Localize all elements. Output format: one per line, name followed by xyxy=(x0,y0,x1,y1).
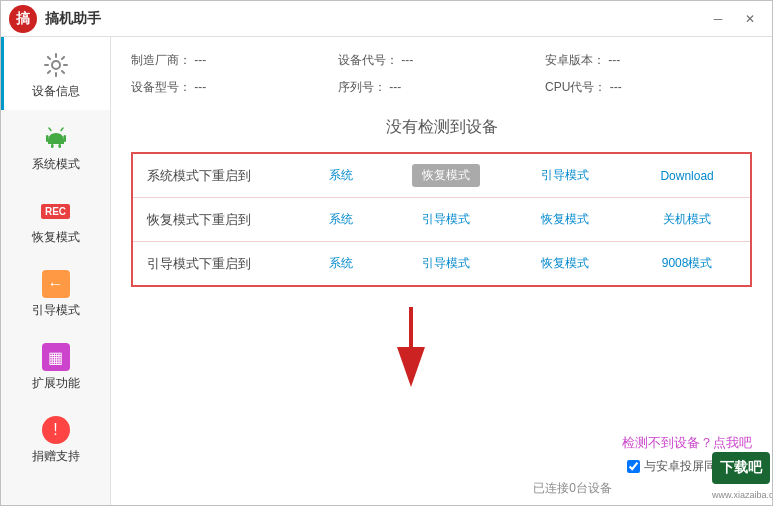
mode-action-cell: 引导模式 xyxy=(505,154,624,198)
arrow-indicator xyxy=(381,307,441,390)
mode-action-cell: 恢复模式 xyxy=(386,154,505,198)
mode-action-cell: 恢复模式 xyxy=(505,242,624,286)
sidebar-item-donate[interactable]: ! 捐赠支持 xyxy=(1,402,110,475)
mode-action-cell: 引导模式 xyxy=(386,198,505,242)
mode-btn[interactable]: Download xyxy=(650,166,723,186)
device-info-grid: 制造厂商： --- 设备代号： --- 安卓版本： --- 设备型号： --- … xyxy=(131,49,752,99)
mode-table-row: 引导模式下重启到系统引导模式恢复模式9008模式 xyxy=(133,242,750,286)
sidebar-label-system-mode: 系统模式 xyxy=(32,156,80,173)
rec-icon: REC xyxy=(42,197,70,225)
sidebar-label-device-info: 设备信息 xyxy=(32,83,80,100)
grid-icon: ▦ xyxy=(42,343,70,371)
connected-text: 已连接0台设备 xyxy=(533,480,612,497)
donate-icon: ! xyxy=(42,416,70,444)
mode-btn[interactable]: 恢复模式 xyxy=(531,208,599,231)
mode-name-cell: 引导模式下重启到 xyxy=(133,242,297,286)
mode-btn[interactable]: 引导模式 xyxy=(412,208,480,231)
sidebar: 设备信息 系统模式 xyxy=(1,37,111,505)
mode-action-cell: 9008模式 xyxy=(624,242,750,286)
window-controls: ─ ✕ xyxy=(704,9,764,29)
gear-icon xyxy=(42,51,70,79)
main-content: 制造厂商： --- 设备代号： --- 安卓版本： --- 设备型号： --- … xyxy=(111,37,772,505)
mode-action-cell: 系统 xyxy=(297,154,386,198)
svg-line-8 xyxy=(61,128,63,131)
close-button[interactable]: ✕ xyxy=(736,9,764,29)
mirror-checkbox[interactable] xyxy=(627,460,640,473)
sidebar-item-recovery-mode[interactable]: REC 恢复模式 xyxy=(1,183,110,256)
sidebar-item-boot-mode[interactable]: ← 引导模式 xyxy=(1,256,110,329)
sidebar-item-system-mode[interactable]: 系统模式 xyxy=(1,110,110,183)
type-label: 设备型号： --- xyxy=(131,76,338,99)
mode-action-cell: 引导模式 xyxy=(386,242,505,286)
minimize-button[interactable]: ─ xyxy=(704,9,732,29)
mode-action-cell: 系统 xyxy=(297,242,386,286)
sidebar-label-boot-mode: 引导模式 xyxy=(32,302,80,319)
mode-btn[interactable]: 恢复模式 xyxy=(412,164,480,187)
model-label: 设备代号： --- xyxy=(338,49,545,72)
mode-action-cell: Download xyxy=(624,154,750,198)
mode-table-row: 系统模式下重启到系统恢复模式引导模式Download xyxy=(133,154,750,198)
mode-table: 系统模式下重启到系统恢复模式引导模式Download恢复模式下重启到系统引导模式… xyxy=(133,154,750,285)
mode-btn[interactable]: 9008模式 xyxy=(652,252,723,275)
android-icon xyxy=(42,124,70,152)
svg-point-0 xyxy=(52,61,60,69)
mode-btn[interactable]: 引导模式 xyxy=(412,252,480,275)
no-device-text: 没有检测到设备 xyxy=(131,117,752,138)
mode-table-wrapper: 系统模式下重启到系统恢复模式引导模式Download恢复模式下重启到系统引导模式… xyxy=(131,152,752,287)
sidebar-label-extend: 扩展功能 xyxy=(32,375,80,392)
cpu-label: CPU代号： --- xyxy=(545,76,752,99)
app-logo: 搞 xyxy=(9,5,37,33)
mode-btn[interactable]: 关机模式 xyxy=(653,208,721,231)
svg-line-7 xyxy=(49,128,51,131)
mode-name-cell: 恢复模式下重启到 xyxy=(133,198,297,242)
sidebar-label-recovery-mode: 恢复模式 xyxy=(32,229,80,246)
mode-btn[interactable]: 系统 xyxy=(319,164,363,187)
svg-text:下载吧: 下载吧 xyxy=(720,459,763,475)
main-window: 搞 搞机助手 ─ ✕ 设备信息 xyxy=(0,0,773,506)
titlebar-left: 搞 搞机助手 xyxy=(9,5,101,33)
mode-name-cell: 系统模式下重启到 xyxy=(133,154,297,198)
watermark: 下载吧 www.xiazaiba.com xyxy=(652,450,772,505)
sidebar-item-extend[interactable]: ▦ 扩展功能 xyxy=(1,329,110,402)
android-label: 安卓版本： --- xyxy=(545,49,752,72)
svg-text:www.xiazaiba.com: www.xiazaiba.com xyxy=(711,490,772,500)
manufacturer-label: 制造厂商： --- xyxy=(131,49,338,72)
mode-btn[interactable]: 系统 xyxy=(319,208,363,231)
svg-rect-6 xyxy=(58,144,61,148)
mode-btn[interactable]: 系统 xyxy=(319,252,363,275)
svg-rect-3 xyxy=(46,135,49,142)
content-area: 设备信息 系统模式 xyxy=(1,37,772,505)
svg-rect-4 xyxy=(63,135,66,142)
app-title: 搞机助手 xyxy=(45,10,101,28)
sidebar-item-device-info[interactable]: 设备信息 xyxy=(1,37,110,110)
mode-btn[interactable]: 引导模式 xyxy=(531,164,599,187)
mode-btn[interactable]: 恢复模式 xyxy=(531,252,599,275)
mode-action-cell: 关机模式 xyxy=(624,198,750,242)
svg-rect-5 xyxy=(51,144,54,148)
titlebar: 搞 搞机助手 ─ ✕ xyxy=(1,1,772,37)
serial-label: 序列号： --- xyxy=(338,76,545,99)
arrow-left-icon: ← xyxy=(42,270,70,298)
mode-action-cell: 系统 xyxy=(297,198,386,242)
mode-table-row: 恢复模式下重启到系统引导模式恢复模式关机模式 xyxy=(133,198,750,242)
mode-action-cell: 恢复模式 xyxy=(505,198,624,242)
sidebar-label-donate: 捐赠支持 xyxy=(32,448,80,465)
